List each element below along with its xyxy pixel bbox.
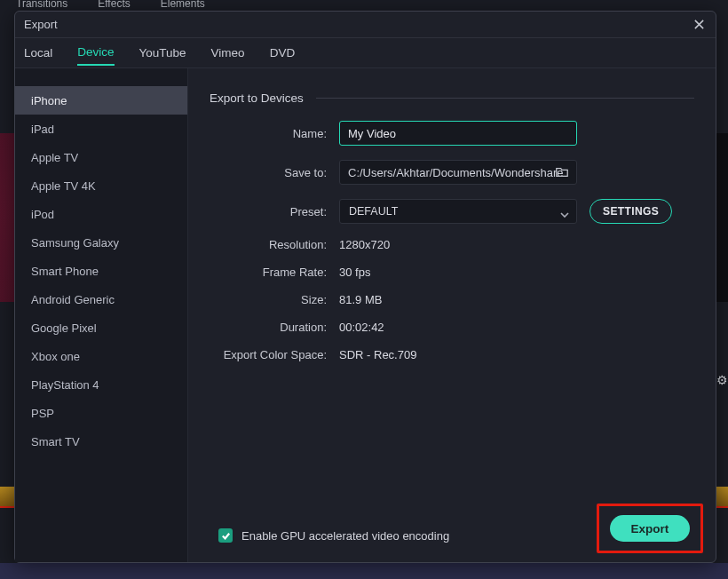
export-button[interactable]: Export — [610, 515, 690, 542]
preset-select[interactable]: DEFAULT — [339, 199, 577, 224]
close-icon[interactable] — [691, 17, 707, 33]
tab-local[interactable]: Local — [24, 41, 52, 65]
sidebar-item-psp[interactable]: PSP — [15, 399, 187, 427]
chevron-down-icon — [560, 209, 569, 221]
gpu-checkbox[interactable] — [218, 528, 233, 543]
preset-label: Preset: — [210, 205, 327, 218]
divider — [316, 98, 694, 99]
export-highlight-box: Export — [597, 504, 703, 553]
sidebar-item-ipod[interactable]: iPod — [15, 200, 187, 228]
export-form-panel: Export to Devices Name: Save to: C:/User… — [188, 68, 716, 562]
tab-device[interactable]: Device — [77, 40, 114, 66]
duration-label: Duration: — [210, 321, 327, 334]
framerate-value: 30 fps — [339, 266, 370, 279]
sidebar-item-pixel[interactable]: Google Pixel — [15, 313, 187, 342]
duration-value: 00:02:42 — [339, 321, 384, 334]
size-label: Size: — [210, 293, 327, 306]
folder-icon[interactable] — [555, 165, 569, 182]
tab-vimeo[interactable]: Vimeo — [211, 41, 245, 65]
sidebar-item-smarttv[interactable]: Smart TV — [15, 427, 187, 456]
framerate-label: Frame Rate: — [210, 266, 327, 279]
sidebar-item-appletv4k[interactable]: Apple TV 4K — [15, 171, 187, 200]
size-value: 81.9 MB — [339, 293, 382, 306]
preset-value: DEFAULT — [349, 205, 398, 218]
tab-dvd[interactable]: DVD — [270, 41, 296, 65]
export-modal: Export Local Device YouTube Vimeo DVD iP… — [14, 11, 716, 563]
titlebar: Export — [15, 12, 716, 38]
saveto-field[interactable]: C:/Users/Akhtar/Documents/Wondershare — [339, 160, 577, 185]
saveto-label: Save to: — [210, 166, 327, 179]
sidebar-item-smartphone[interactable]: Smart Phone — [15, 257, 187, 285]
gear-icon: ⚙ — [716, 373, 728, 387]
colorspace-value: SDR - Rec.709 — [339, 348, 416, 361]
window-title: Export — [24, 18, 691, 31]
sidebar-item-xbox[interactable]: Xbox one — [15, 342, 187, 370]
sidebar-item-samsung[interactable]: Samsung Galaxy — [15, 228, 187, 257]
backdrop-bottom — [0, 563, 728, 579]
sidebar-item-appletv[interactable]: Apple TV — [15, 143, 187, 171]
backdrop-top-menu: Transitions Effects Elements — [0, 0, 728, 7]
export-tabs: Local Device YouTube Vimeo DVD — [15, 38, 716, 68]
resolution-label: Resolution: — [210, 238, 327, 251]
sidebar-item-iphone[interactable]: iPhone — [15, 86, 187, 115]
sidebar-item-ps4[interactable]: PlayStation 4 — [15, 370, 187, 399]
sidebar-item-android[interactable]: Android Generic — [15, 285, 187, 313]
name-input[interactable] — [339, 121, 577, 146]
tab-youtube[interactable]: YouTube — [139, 41, 186, 65]
section-title: Export to Devices — [210, 91, 304, 105]
resolution-value: 1280x720 — [339, 238, 390, 251]
sidebar-item-ipad[interactable]: iPad — [15, 115, 187, 143]
device-sidebar: iPhone iPad Apple TV Apple TV 4K iPod Sa… — [15, 68, 188, 562]
settings-button[interactable]: SETTINGS — [590, 199, 672, 224]
gpu-checkbox-label: Enable GPU accelerated video encoding — [241, 529, 449, 543]
name-label: Name: — [210, 127, 327, 140]
saveto-path-text: C:/Users/Akhtar/Documents/Wondershare — [348, 166, 564, 179]
colorspace-label: Export Color Space: — [210, 348, 327, 361]
